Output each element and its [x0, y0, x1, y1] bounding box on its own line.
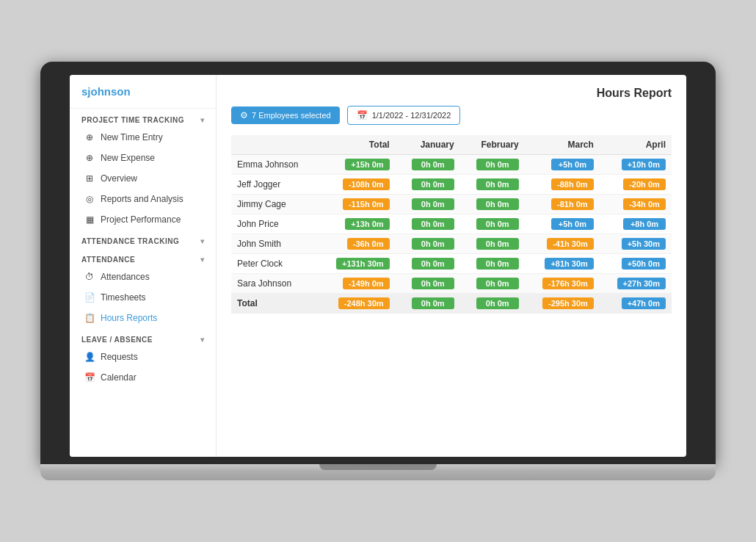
- cell-total-total: -248h 30m: [318, 294, 395, 314]
- cell-total: -108h 0m: [318, 175, 395, 195]
- chart-icon: ◎: [84, 194, 95, 204]
- main-content: Hours Report ⚙ 7 Employees selected 📅 1/…: [217, 75, 686, 457]
- sidebar-item-timesheets[interactable]: 📄 Timesheets: [70, 287, 216, 308]
- cell-apr: +5h 30m: [600, 234, 672, 254]
- sidebar-item-new-expense[interactable]: ⊕ New Expense: [70, 148, 216, 168]
- cell-name: Sara Johnson: [231, 274, 318, 294]
- grid-icon: ⊞: [84, 173, 95, 184]
- cell-total-apr: +47h 0m: [600, 294, 672, 314]
- cell-feb: 0h 0m: [460, 254, 525, 274]
- cell-jan: 0h 0m: [396, 274, 460, 294]
- sidebar-item-overview[interactable]: ⊞ Overview: [70, 168, 216, 189]
- col-header-total: Total: [318, 135, 395, 155]
- cell-total-feb: 0h 0m: [460, 294, 525, 314]
- cell-total-jan: 0h 0m: [396, 294, 460, 314]
- file-icon: 📄: [84, 292, 95, 303]
- cell-total: -36h 0m: [318, 234, 395, 254]
- cell-name: Peter Clock: [231, 254, 318, 274]
- cell-mar: -41h 30m: [525, 234, 600, 254]
- cell-apr: +8h 0m: [600, 214, 672, 234]
- cell-total-label: Total: [231, 294, 318, 314]
- chevron-down-icon: ▾: [200, 256, 205, 264]
- laptop-container: sjohnson PROJECT TIME TRACKING ▾ ⊕ New T…: [40, 62, 716, 480]
- cell-total: -115h 0m: [318, 195, 395, 214]
- table-row: John Smith -36h 0m 0h 0m 0h 0m -41h 30m …: [231, 234, 672, 254]
- cell-mar: -81h 0m: [525, 195, 600, 214]
- employees-filter-button[interactable]: ⚙ 7 Employees selected: [231, 106, 340, 124]
- cell-jan: 0h 0m: [396, 254, 460, 274]
- sidebar-item-reports[interactable]: ◎ Reports and Analysis: [70, 189, 216, 209]
- cell-name: Emma Johnson: [231, 155, 318, 175]
- cell-apr: -34h 0m: [600, 195, 672, 214]
- file-text-icon: 📋: [84, 313, 95, 323]
- table-row: Sara Johnson -149h 0m 0h 0m 0h 0m -176h …: [231, 274, 672, 294]
- section-leave-absence: LEAVE / ABSENCE ▾: [70, 328, 216, 347]
- chevron-down-icon: ▾: [200, 116, 205, 124]
- gear-icon: ⚙: [240, 110, 248, 120]
- cell-jan: 0h 0m: [396, 155, 460, 175]
- cell-name: Jeff Jogger: [231, 175, 318, 195]
- table-row: John Price +13h 0m 0h 0m 0h 0m +5h 0m +8…: [231, 214, 672, 234]
- clock-icon: ⏱: [84, 272, 95, 282]
- chevron-down-icon: ▾: [200, 336, 205, 344]
- cell-mar: +5h 0m: [525, 214, 600, 234]
- page-title: Hours Report: [597, 87, 672, 100]
- sidebar-item-hours-reports[interactable]: 📋 Hours Reports: [70, 308, 216, 328]
- cell-total: +131h 30m: [318, 254, 395, 274]
- calendar-icon: 📅: [357, 110, 368, 120]
- employees-filter-label: 7 Employees selected: [252, 111, 331, 120]
- cell-feb: 0h 0m: [460, 155, 525, 175]
- cell-feb: 0h 0m: [460, 175, 525, 195]
- filter-row: ⚙ 7 Employees selected 📅 1/1/2022 - 12/3…: [231, 106, 672, 125]
- cell-name: Jimmy Cage: [231, 195, 318, 214]
- date-range-button[interactable]: 📅 1/1/2022 - 12/31/2022: [347, 106, 461, 125]
- date-range-label: 1/1/2022 - 12/31/2022: [372, 111, 451, 120]
- cell-total: +13h 0m: [318, 214, 395, 234]
- cell-jan: 0h 0m: [396, 214, 460, 234]
- laptop-base: [40, 464, 716, 480]
- cell-feb: 0h 0m: [460, 274, 525, 294]
- cell-jan: 0h 0m: [396, 175, 460, 195]
- col-header-march: March: [525, 135, 600, 155]
- sidebar-item-calendar[interactable]: 📅 Calendar: [70, 367, 216, 388]
- sidebar-item-attendances[interactable]: ⏱ Attendances: [70, 267, 216, 287]
- col-header-name: [231, 135, 318, 155]
- cell-mar: -176h 30m: [525, 274, 600, 294]
- cell-feb: 0h 0m: [460, 234, 525, 254]
- sidebar-item-project-performance[interactable]: ▦ Project Performance: [70, 209, 216, 230]
- table-row: Jeff Jogger -108h 0m 0h 0m 0h 0m -88h 0m…: [231, 175, 672, 195]
- table-row: Peter Clock +131h 30m 0h 0m 0h 0m +81h 3…: [231, 254, 672, 274]
- plus-circle-icon: ⊕: [84, 132, 95, 142]
- cell-feb: 0h 0m: [460, 214, 525, 234]
- sidebar-item-new-time-entry[interactable]: ⊕ New Time Entry: [70, 127, 216, 148]
- page-header: Hours Report: [231, 87, 672, 100]
- section-attendance-tracking: ATTENDANCE TRACKING ▾: [70, 230, 216, 248]
- cell-feb: 0h 0m: [460, 195, 525, 214]
- cell-name: John Smith: [231, 234, 318, 254]
- section-project-time-tracking: PROJECT TIME TRACKING ▾: [70, 109, 216, 127]
- col-header-april: April: [600, 135, 672, 155]
- plus-circle-icon: ⊕: [84, 153, 95, 163]
- sidebar: sjohnson PROJECT TIME TRACKING ▾ ⊕ New T…: [70, 75, 217, 457]
- table-row: Jimmy Cage -115h 0m 0h 0m 0h 0m -81h 0m …: [231, 195, 672, 214]
- cell-apr: +27h 30m: [600, 274, 672, 294]
- cell-total: -149h 0m: [318, 274, 395, 294]
- calendar-icon: 📅: [84, 372, 95, 383]
- section-attendance: ATTENDANCE ▾: [70, 248, 216, 267]
- cell-mar: -88h 0m: [525, 175, 600, 195]
- cell-total: +15h 0m: [318, 155, 395, 175]
- cell-apr: +50h 0m: [600, 254, 672, 274]
- app-logo: sjohnson: [70, 75, 216, 109]
- col-header-february: February: [460, 135, 525, 155]
- cell-apr: -20h 0m: [600, 175, 672, 195]
- bar-chart-icon: ▦: [84, 214, 95, 225]
- sidebar-item-requests[interactable]: 👤 Requests: [70, 347, 216, 367]
- cell-jan: 0h 0m: [396, 195, 460, 214]
- hours-report-table: Total January February March April Emma …: [231, 135, 672, 314]
- cell-apr: +10h 0m: [600, 155, 672, 175]
- col-header-january: January: [396, 135, 460, 155]
- table-row: Emma Johnson +15h 0m 0h 0m 0h 0m +5h 0m …: [231, 155, 672, 175]
- cell-name: John Price: [231, 214, 318, 234]
- table-header-row: Total January February March April: [231, 135, 672, 155]
- table-total-row: Total -248h 30m 0h 0m 0h 0m -295h 30m +4…: [231, 294, 672, 314]
